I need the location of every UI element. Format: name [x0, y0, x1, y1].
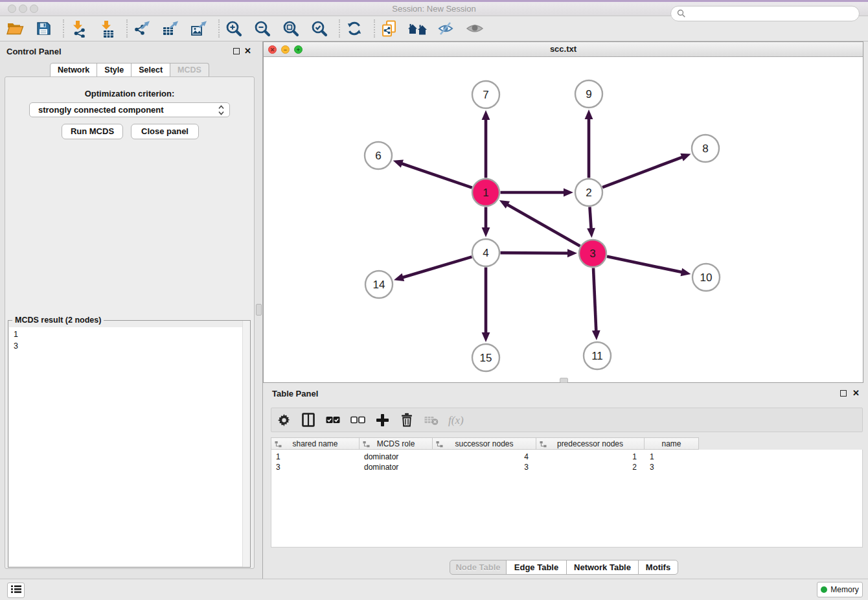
table-cell[interactable]: 2: [537, 463, 645, 472]
svg-text:f(x): f(x): [448, 414, 464, 426]
show-columns-button[interactable]: [301, 412, 315, 428]
export-image-button[interactable]: [190, 19, 208, 38]
memory-button[interactable]: Memory: [817, 582, 863, 597]
graph-edge-2-8[interactable]: [602, 154, 691, 187]
search-input[interactable]: [689, 7, 854, 20]
tab-node-table[interactable]: Node Table: [450, 560, 507, 575]
result-scrollbar[interactable]: [242, 321, 250, 567]
graph-edge-4-14[interactable]: [394, 257, 472, 281]
close-panel-button[interactable]: Close panel: [131, 124, 199, 139]
window-top-edge: [0, 0, 868, 2]
graph-edge-2-9[interactable]: [585, 110, 593, 178]
save-session-button[interactable]: [34, 19, 52, 38]
graph-edge-3-10[interactable]: [607, 257, 691, 277]
tab-mcds[interactable]: MCDS: [170, 63, 209, 78]
graph-node-4[interactable]: 4: [472, 239, 499, 266]
table-cell[interactable]: 3: [645, 463, 700, 472]
export-network-button[interactable]: [133, 19, 151, 38]
export-table-button[interactable]: [161, 19, 179, 38]
open-session-button[interactable]: [6, 19, 24, 38]
graph-node-11[interactable]: 11: [584, 342, 611, 369]
import-network-button[interactable]: [69, 19, 87, 38]
mcds-result-list[interactable]: 13: [9, 327, 249, 566]
copy-network-view-button[interactable]: [380, 19, 398, 38]
table-cell[interactable]: 1: [537, 452, 645, 461]
tab-style[interactable]: Style: [97, 63, 131, 77]
tab-network-table[interactable]: Network Table: [566, 560, 639, 575]
tab-edge-table[interactable]: Edge Table: [506, 560, 567, 575]
table-row[interactable]: 1dominator411: [271, 452, 862, 462]
graph-node-9[interactable]: 9: [575, 80, 602, 108]
toolbar-separator: [63, 19, 64, 38]
column-header-predecessor-nodes[interactable]: predecessor nodes: [536, 437, 645, 450]
mcds-result-item[interactable]: 3: [9, 341, 249, 352]
table-options-button[interactable]: [277, 412, 291, 428]
graph-node-10[interactable]: 10: [692, 264, 720, 291]
export-image-icon: [190, 20, 208, 37]
zoom-out-icon: [254, 20, 271, 38]
graph-node-2[interactable]: 2: [575, 179, 602, 206]
graph-edge-3-11[interactable]: [592, 268, 600, 340]
zoom-in-button[interactable]: [225, 19, 243, 38]
add-icon: [376, 413, 389, 427]
graph-edge-4-15[interactable]: [482, 268, 490, 343]
graph-node-7[interactable]: 7: [472, 81, 499, 108]
graph-node-3[interactable]: 3: [579, 240, 606, 267]
delete-column-button[interactable]: [400, 412, 414, 428]
column-header-MCDS-role[interactable]: MCDS role: [360, 437, 433, 450]
run-mcds-button[interactable]: Run MCDS: [62, 124, 123, 139]
zoom-out-button[interactable]: [253, 19, 271, 38]
hide-graphics-details-button[interactable]: [437, 19, 455, 38]
table-cell[interactable]: 3: [433, 463, 537, 472]
deselect-all-columns-button[interactable]: [350, 412, 365, 428]
tab-network[interactable]: Network: [50, 63, 97, 77]
deselect-all-icon: [350, 415, 365, 424]
table-row[interactable]: 3dominator323: [271, 462, 862, 472]
column-label: shared name: [292, 439, 337, 448]
mcds-result-group: MCDS result (2 nodes) 13: [8, 320, 251, 568]
table-panel-close-button[interactable]: ✕: [852, 389, 860, 397]
mcds-result-item[interactable]: 1: [9, 327, 249, 341]
refresh-layout-button[interactable]: [345, 19, 363, 38]
graph-node-15[interactable]: 15: [472, 344, 499, 371]
graph-edge-2-3[interactable]: [587, 207, 595, 238]
graph-node-8[interactable]: 8: [692, 135, 719, 162]
table-cell[interactable]: 1: [271, 452, 360, 461]
graph-edge-3-1[interactable]: [499, 200, 580, 246]
graph-edge-1-4[interactable]: [482, 207, 490, 238]
table-cell[interactable]: dominator: [360, 452, 433, 461]
vertical-splitter-handle[interactable]: [256, 304, 262, 316]
table-panel-float-button[interactable]: [840, 390, 847, 397]
network-canvas[interactable]: 1234678910111415: [264, 57, 863, 382]
horizontal-splitter-handle[interactable]: [560, 378, 568, 383]
import-table-button[interactable]: [98, 19, 116, 38]
optimization-criterion-select[interactable]: strongly connected component: [29, 102, 230, 117]
table-cell[interactable]: dominator: [360, 463, 433, 472]
select-all-columns-button[interactable]: [326, 412, 340, 428]
table-cell[interactable]: 1: [645, 452, 700, 461]
control-panel-close-button[interactable]: ✕: [244, 47, 251, 55]
graph-edge-4-3[interactable]: [500, 249, 577, 257]
column-header-shared-name[interactable]: shared name: [271, 437, 360, 450]
graph-node-14[interactable]: 14: [365, 271, 393, 298]
graph-node-1[interactable]: 1: [472, 179, 499, 206]
column-header-successor-nodes[interactable]: successor nodes: [433, 437, 536, 450]
search-icon: [677, 9, 686, 21]
graph-edge-1-2[interactable]: [501, 189, 574, 197]
control-panel-float-button[interactable]: [233, 48, 240, 54]
birds-eye-view-button[interactable]: [466, 19, 484, 38]
graph-node-6[interactable]: 6: [365, 142, 392, 169]
home-button[interactable]: [409, 19, 427, 38]
tab-motifs[interactable]: Motifs: [638, 560, 678, 575]
create-column-button[interactable]: [375, 412, 389, 428]
graph-edge-1-7[interactable]: [482, 110, 490, 178]
column-header-name[interactable]: name: [645, 437, 699, 450]
tab-select[interactable]: Select: [131, 63, 170, 77]
graph-edge-1-6[interactable]: [393, 160, 472, 188]
task-history-button[interactable]: [7, 583, 25, 598]
table-cell[interactable]: 4: [433, 452, 537, 461]
zoom-selected-button[interactable]: [310, 19, 328, 38]
zoom-fit-button[interactable]: [282, 19, 300, 38]
table-cell[interactable]: 3: [271, 463, 360, 472]
svg-text:10: 10: [700, 271, 713, 284]
